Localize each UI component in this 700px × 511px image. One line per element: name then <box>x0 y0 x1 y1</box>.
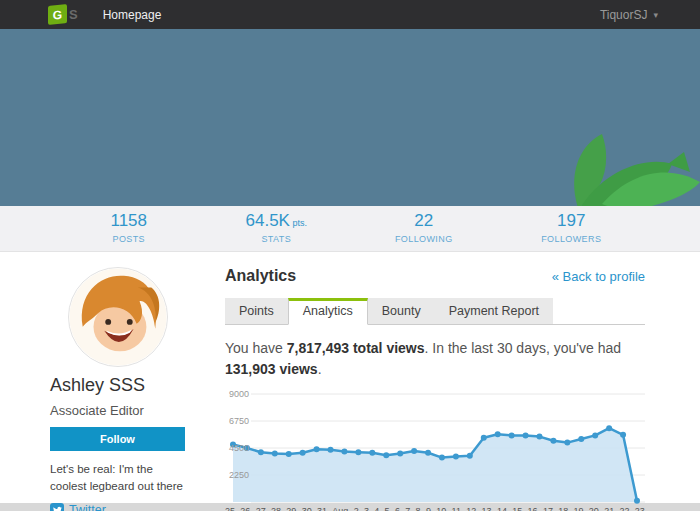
twitter-icon <box>50 503 64 511</box>
x-tick-label: 22 <box>620 506 630 511</box>
leaf-decoration-icon <box>550 130 700 206</box>
followers-label: FOLLOWERS <box>498 234 646 244</box>
x-tick-label: 31 <box>317 506 327 511</box>
views-chart: 9000675045002250 <box>225 392 645 504</box>
stat-stats[interactable]: 64.5K pts. STATS <box>203 211 351 251</box>
x-tick-label: 12 <box>466 506 476 511</box>
x-tick-label: Aug <box>332 506 348 511</box>
logo-s-icon: S <box>69 7 78 22</box>
chevron-down-icon: ▾ <box>653 10 658 20</box>
x-tick-label: 3 <box>364 506 369 511</box>
x-tick-label: 26 <box>240 506 250 511</box>
y-tick-label: 6750 <box>225 416 249 426</box>
stat-followers[interactable]: 197 FOLLOWERS <box>498 211 646 251</box>
x-tick-label: 29 <box>286 506 296 511</box>
username-label: TiquorSJ <box>600 8 648 22</box>
top-nav-bar: G S Homepage TiquorSJ ▾ <box>0 0 700 29</box>
x-tick-label: 13 <box>482 506 492 511</box>
x-tick-label: 11 <box>452 506 461 511</box>
y-tick-label: 9000 <box>225 389 249 399</box>
x-tick-label: 19 <box>574 506 584 511</box>
x-tick-label: 27 <box>256 506 266 511</box>
x-tick-label: 15 <box>512 506 522 511</box>
user-account-menu[interactable]: TiquorSJ ▾ <box>600 8 658 22</box>
tab-analytics[interactable]: Analytics <box>288 298 368 325</box>
back-to-profile-link[interactable]: « Back to profile <box>552 269 645 284</box>
x-tick-label: 6 <box>395 506 400 511</box>
x-tick-label: 9 <box>426 506 431 511</box>
logo-g-icon: G <box>48 4 67 25</box>
x-tick-label: 21 <box>604 506 614 511</box>
stats-points-count: 64.5K pts. <box>203 211 351 231</box>
x-tick-label: 25 <box>225 506 235 511</box>
total-views-value: 7,817,493 total views <box>287 340 425 356</box>
tab-bounty[interactable]: Bounty <box>368 298 435 324</box>
profile-cover-banner <box>0 29 700 206</box>
x-tick-label: 7 <box>405 506 410 511</box>
main-content: Ashley SSS Associate Editor Follow Let's… <box>0 252 700 503</box>
profile-name: Ashley SSS <box>50 375 185 396</box>
stats-label: STATS <box>203 234 351 244</box>
posts-count: 1158 <box>55 211 203 231</box>
x-tick-label: 14 <box>497 506 507 511</box>
profile-role: Associate Editor <box>50 403 185 418</box>
analytics-tabs: Points Analytics Bounty Payment Report <box>225 298 645 325</box>
following-label: FOLLOWING <box>350 234 498 244</box>
analytics-panel: Analytics « Back to profile Points Analy… <box>225 267 645 503</box>
followers-count: 197 <box>498 211 646 231</box>
stat-posts[interactable]: 1158 POSTS <box>55 211 203 251</box>
profile-sidebar: Ashley SSS Associate Editor Follow Let's… <box>50 267 185 503</box>
following-count: 22 <box>350 211 498 231</box>
homepage-link[interactable]: Homepage <box>103 8 162 22</box>
x-tick-label: 30 <box>302 506 312 511</box>
x-tick-label: 16 <box>528 506 538 511</box>
x-tick-label: 5 <box>385 506 390 511</box>
x-tick-label: 20 <box>589 506 599 511</box>
twitter-label: Twitter <box>69 503 106 511</box>
views-summary: You have 7,817,493 total views. In the l… <box>225 338 635 380</box>
x-tick-label: 8 <box>416 506 421 511</box>
x-tick-label: 18 <box>558 506 568 511</box>
posts-label: POSTS <box>55 234 203 244</box>
x-tick-label: 17 <box>543 506 553 511</box>
x-tick-label: 4 <box>374 506 379 511</box>
recent-views-value: 131,903 views <box>225 361 318 377</box>
twitter-link[interactable]: Twitter <box>50 503 185 511</box>
stat-following[interactable]: 22 FOLLOWING <box>350 211 498 251</box>
x-tick-label: 2 <box>354 506 359 511</box>
x-tick-label: 23 <box>635 506 645 511</box>
y-tick-label: 4500 <box>225 443 249 453</box>
follow-button[interactable]: Follow <box>50 427 185 451</box>
profile-stats-bar: 1158 POSTS 64.5K pts. STATS 22 FOLLOWING… <box>0 206 700 252</box>
x-tick-label: 28 <box>271 506 281 511</box>
y-tick-label: 2250 <box>225 470 249 480</box>
profile-bio: Let's be real: I'm the coolest legbeard … <box>50 461 185 494</box>
site-logo[interactable]: G S <box>48 5 78 24</box>
views-area-chart <box>225 392 645 504</box>
profile-page: G S Homepage TiquorSJ ▾ 1158 POSTS 64.5K… <box>0 0 700 503</box>
page-title: Analytics <box>225 267 296 285</box>
tab-points[interactable]: Points <box>225 298 288 324</box>
avatar <box>68 267 168 367</box>
tab-payment-report[interactable]: Payment Report <box>435 298 553 324</box>
chart-x-axis: 25262728293031Aug23456789101112131415161… <box>225 506 645 511</box>
x-tick-label: 10 <box>436 506 446 511</box>
